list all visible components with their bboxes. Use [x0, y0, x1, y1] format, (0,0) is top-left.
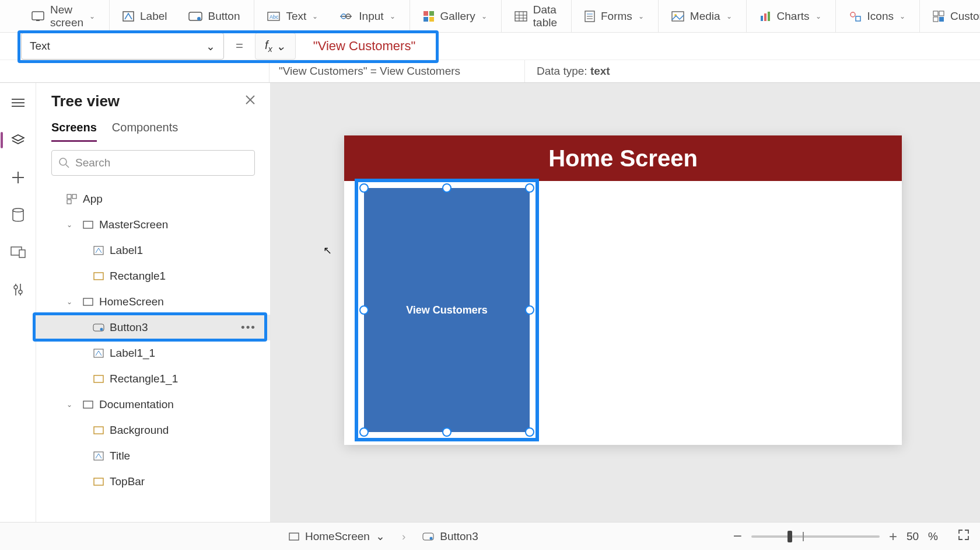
tree-label: Title — [110, 450, 130, 462]
svg-rect-63 — [289, 533, 299, 540]
zoom-in-button[interactable]: + — [889, 528, 897, 545]
ribbon-custom-label: Custom — [950, 10, 980, 23]
tree-item-documentation[interactable]: ⌄ Documentation — [36, 392, 270, 417]
svg-point-43 — [19, 290, 22, 294]
tree-label: MasterScreen — [99, 218, 168, 231]
media-menu[interactable]: Media ⌄ — [661, 0, 747, 32]
svg-point-42 — [14, 286, 18, 289]
insert-rail-button[interactable] — [1, 166, 36, 189]
resize-handle[interactable] — [359, 427, 369, 437]
advanced-rail-button[interactable] — [1, 278, 36, 301]
tree-label: Background — [110, 424, 169, 437]
tree-item-rectangle1[interactable]: Rectangle1 — [36, 263, 270, 289]
hamburger-button[interactable] — [1, 91, 36, 114]
media-icon — [671, 11, 684, 22]
tree-item-label1[interactable]: Label1 — [36, 238, 270, 263]
formula-input[interactable]: "View Customers" — [303, 33, 426, 60]
button-icon — [92, 323, 105, 332]
svg-rect-53 — [94, 273, 103, 280]
resize-handle[interactable] — [442, 183, 452, 193]
svg-rect-59 — [83, 401, 93, 408]
new-screen-menu[interactable]: New screen ⌄ — [21, 0, 110, 32]
screen-icon — [32, 11, 44, 22]
tree-item-app[interactable]: App — [36, 186, 270, 212]
tree-item-button3[interactable]: Button3 ••• — [36, 315, 270, 340]
selection-outline[interactable]: View Customers — [355, 179, 539, 441]
tree-item-label1-1[interactable]: Label1_1 — [36, 340, 270, 366]
button-icon — [422, 532, 434, 541]
tree-label: Documentation — [99, 398, 174, 411]
svg-rect-51 — [83, 221, 93, 228]
database-icon — [12, 208, 24, 222]
close-panel-button[interactable] — [246, 95, 255, 107]
canvas[interactable]: ↖ Home Screen View Customers — [271, 83, 980, 522]
resize-handle[interactable] — [525, 427, 534, 437]
icons-menu[interactable]: Icons ⌄ — [838, 0, 920, 32]
more-options-button[interactable]: ••• — [241, 321, 256, 334]
data-rail-button[interactable] — [1, 203, 36, 227]
forms-menu[interactable]: Forms ⌄ — [574, 0, 659, 32]
chevron-down-icon: ⌄ — [638, 12, 644, 20]
tree-item-background[interactable]: Background — [36, 417, 270, 443]
custom-icon — [933, 11, 944, 22]
formula-result-bar: "View Customers" = View Customers Data t… — [0, 60, 980, 83]
svg-rect-49 — [72, 194, 76, 199]
button-button[interactable]: Button — [178, 0, 255, 32]
chevron-down-icon: ⌄ — [206, 40, 215, 53]
resize-handle[interactable] — [442, 427, 452, 437]
breadcrumb-control[interactable]: Button3 — [417, 527, 484, 546]
breadcrumb-screen[interactable]: HomeScreen ⌄ — [284, 527, 390, 546]
input-menu[interactable]: Input ⌄ — [328, 0, 410, 32]
fx-button[interactable]: fx ⌄ — [255, 33, 296, 60]
chevron-down-icon: ⌄ — [726, 12, 732, 20]
resize-handle[interactable] — [525, 183, 534, 193]
tree-view-panel: Tree view Screens Components Search App … — [36, 83, 271, 522]
media-rail-button[interactable] — [1, 241, 36, 264]
plus-icon — [12, 172, 24, 183]
data-table-button[interactable]: Data table — [504, 0, 572, 32]
svg-text:Abc: Abc — [270, 14, 279, 20]
gallery-menu[interactable]: Gallery ⌄ — [412, 0, 502, 32]
svg-rect-54 — [83, 298, 93, 305]
tab-screens[interactable]: Screens — [51, 121, 97, 142]
charts-menu[interactable]: Charts ⌄ — [749, 0, 836, 32]
screen-icon — [82, 401, 94, 409]
resize-handle[interactable] — [525, 305, 534, 315]
tree-view-rail-button[interactable] — [1, 128, 36, 152]
button3-control[interactable]: View Customers — [364, 188, 530, 432]
svg-rect-60 — [94, 427, 103, 434]
tab-components[interactable]: Components — [112, 121, 178, 142]
cursor-icon: ↖ — [323, 244, 332, 257]
fit-to-screen-button[interactable] — [958, 529, 970, 544]
formula-bar: Text ⌄ = fx ⌄ "View Customers" — [0, 33, 980, 60]
svg-rect-32 — [933, 17, 938, 22]
expand-icon — [958, 529, 970, 541]
ribbon-label-text: Label — [140, 10, 167, 23]
screen-icon — [82, 221, 94, 229]
main-area: Tree view Screens Components Search App … — [0, 83, 980, 522]
tree-item-rectangle1-1[interactable]: Rectangle1_1 — [36, 366, 270, 392]
label-icon — [123, 11, 134, 22]
label-button[interactable]: Label — [112, 0, 178, 32]
custom-button[interactable]: Custom — [922, 0, 980, 32]
chevron-down-icon: ⌄ — [900, 12, 905, 20]
tree-item-masterscreen[interactable]: ⌄ MasterScreen — [36, 212, 270, 238]
svg-rect-14 — [515, 12, 527, 21]
text-menu[interactable]: Abc Text ⌄ — [257, 0, 328, 32]
tree-label: Label1 — [110, 244, 143, 257]
chevron-down-icon: ⌄ — [390, 12, 396, 20]
zoom-out-button[interactable]: − — [733, 527, 742, 545]
tree-search-input[interactable]: Search — [51, 150, 255, 176]
tree-item-title[interactable]: Title — [36, 443, 270, 469]
zoom-unit: % — [928, 530, 938, 543]
tree-item-homescreen[interactable]: ⌄ HomeScreen — [36, 289, 270, 315]
resize-handle[interactable] — [359, 183, 369, 193]
resize-handle[interactable] — [359, 305, 369, 315]
tree-label: TopBar — [110, 475, 145, 488]
property-selector[interactable]: Text ⌄ — [21, 33, 224, 60]
rectangle-icon — [92, 478, 105, 486]
label-icon — [92, 349, 105, 358]
zoom-slider[interactable] — [751, 535, 880, 538]
label-icon — [92, 451, 105, 461]
tree-item-topbar[interactable]: TopBar — [36, 469, 270, 495]
